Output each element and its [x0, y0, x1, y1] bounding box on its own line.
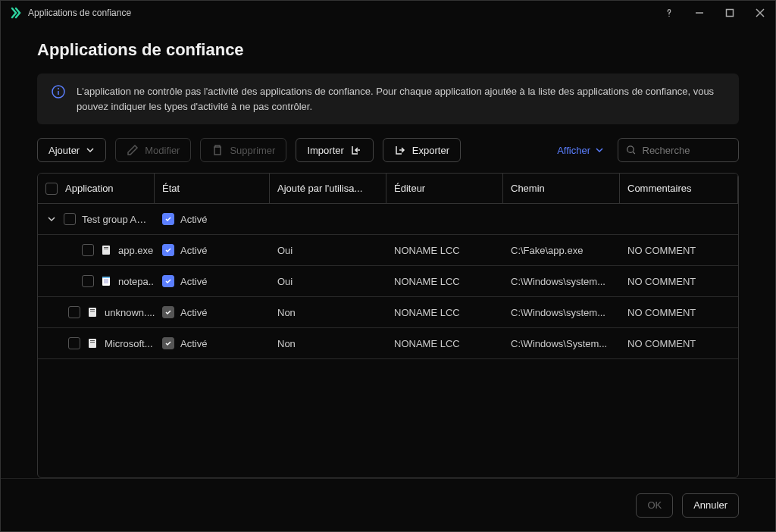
maximize-icon — [725, 8, 734, 17]
exe-file-icon — [86, 306, 99, 318]
table-row[interactable]: Microsoft...ActivéNonNONAME LCCC:\Window… — [38, 328, 738, 359]
col-header-application[interactable]: Application — [38, 174, 155, 203]
help-icon — [664, 8, 674, 18]
path: C:\Fake\app.exe — [503, 245, 620, 256]
svg-rect-16 — [90, 309, 95, 310]
comment: NO COMMENT — [620, 307, 738, 318]
app-name: app.exe — [118, 245, 153, 256]
app-name: Microsoft... — [105, 338, 153, 349]
group-row[interactable]: Test group App Activé — [38, 204, 738, 235]
state-label: Activé — [180, 276, 207, 287]
import-button[interactable]: Importer — [296, 138, 373, 162]
path: C:\Windows\system... — [503, 307, 620, 318]
state-label: Activé — [180, 245, 207, 256]
table-header: Application État Ajouté par l'utilisa...… — [38, 174, 738, 204]
state-checkbox[interactable] — [162, 306, 174, 318]
delete-button[interactable]: Supprimer — [200, 138, 286, 162]
col-header-editor[interactable]: Éditeur — [386, 174, 503, 203]
minimize-icon — [695, 8, 704, 17]
editor: NONAME LCC — [386, 245, 503, 256]
added-by-user: Non — [270, 307, 386, 318]
added-by-user: Non — [270, 338, 386, 349]
svg-rect-17 — [90, 311, 95, 311]
added-by-user: Oui — [270, 276, 386, 287]
row-checkbox[interactable] — [82, 275, 94, 287]
info-text: L'application ne contrôle pas l'activité… — [77, 84, 725, 114]
exe-file-icon — [100, 244, 112, 256]
svg-rect-18 — [89, 339, 96, 348]
app-name: notepa... — [118, 276, 155, 287]
table-row[interactable]: app.exeActivéOuiNONAME LCCC:\Fake\app.ex… — [38, 235, 738, 266]
state-checkbox[interactable] — [162, 337, 174, 349]
view-dropdown[interactable]: Afficher — [557, 145, 604, 156]
applications-table: Application État Ajouté par l'utilisa...… — [37, 173, 739, 478]
svg-rect-10 — [102, 277, 110, 286]
window-title: Applications de confiance — [28, 8, 663, 18]
toolbar: Ajouter Modifier Supprimer Importer Expo… — [37, 138, 739, 162]
help-button[interactable] — [663, 7, 675, 19]
pencil-icon — [127, 144, 139, 156]
row-checkbox[interactable] — [68, 306, 80, 318]
page-title: Applications de confiance — [37, 40, 739, 60]
row-checkbox[interactable] — [64, 213, 76, 225]
svg-point-3 — [58, 88, 59, 89]
svg-rect-1 — [727, 10, 734, 17]
svg-rect-7 — [102, 246, 110, 255]
info-banner: L'application ne contrôle pas l'activité… — [37, 74, 739, 124]
info-icon — [51, 84, 66, 99]
table-body: Test group App Activé app.exeActivéOuiNO… — [38, 204, 738, 477]
svg-rect-8 — [104, 247, 108, 248]
chevron-down-icon — [86, 146, 95, 155]
comment: NO COMMENT — [620, 338, 738, 349]
import-icon — [350, 144, 362, 156]
svg-line-6 — [633, 152, 635, 155]
svg-rect-9 — [104, 249, 108, 249]
expand-chevron-icon[interactable] — [45, 213, 58, 225]
ok-button[interactable]: OK — [636, 493, 673, 518]
minimize-button[interactable] — [693, 7, 706, 19]
search-input[interactable] — [643, 145, 731, 156]
path: C:\Windows\system... — [503, 276, 620, 287]
search-box[interactable] — [618, 138, 739, 162]
close-icon — [756, 8, 765, 17]
edit-button[interactable]: Modifier — [115, 138, 191, 162]
export-button[interactable]: Exporter — [383, 138, 461, 162]
col-header-path[interactable]: Chemin — [503, 174, 620, 203]
app-logo-icon — [10, 7, 22, 19]
table-row[interactable]: notepa...ActivéOuiNONAME LCCC:\Windows\s… — [38, 266, 738, 297]
comment: NO COMMENT — [620, 245, 738, 256]
select-all-checkbox[interactable] — [45, 183, 58, 195]
app-name: unknown.... — [105, 307, 155, 318]
maximize-button[interactable] — [724, 7, 736, 19]
state-label: Activé — [180, 307, 207, 318]
state-checkbox[interactable] — [162, 244, 174, 256]
col-header-comments[interactable]: Commentaires — [620, 174, 738, 203]
titlebar: Applications de confiance — [1, 1, 775, 25]
cancel-button[interactable]: Annuler — [682, 493, 739, 518]
svg-rect-20 — [90, 342, 95, 343]
editor: NONAME LCC — [386, 338, 503, 349]
state-label: Activé — [180, 338, 207, 349]
svg-rect-19 — [90, 340, 95, 341]
chevron-down-icon — [595, 146, 604, 155]
table-row[interactable]: unknown....ActivéNonNONAME LCCC:\Windows… — [38, 297, 738, 328]
svg-point-5 — [627, 146, 634, 152]
close-button[interactable] — [754, 7, 766, 19]
svg-rect-11 — [102, 277, 110, 278]
export-icon — [394, 144, 406, 156]
exe-file-icon — [86, 337, 99, 349]
row-checkbox[interactable] — [82, 244, 94, 256]
row-checkbox[interactable] — [68, 337, 80, 349]
state-checkbox[interactable] — [162, 275, 174, 287]
path: C:\Windows\System... — [503, 338, 620, 349]
col-header-added-by-user[interactable]: Ajouté par l'utilisa... — [270, 174, 386, 203]
col-header-state[interactable]: État — [155, 174, 270, 203]
state-checkbox[interactable] — [162, 213, 174, 225]
trash-icon — [211, 144, 224, 156]
notepad-file-icon — [100, 275, 112, 287]
search-icon — [626, 144, 637, 156]
comment: NO COMMENT — [620, 276, 738, 287]
editor: NONAME LCC — [386, 276, 503, 287]
footer: OK Annuler — [1, 478, 775, 531]
add-button[interactable]: Ajouter — [37, 138, 106, 162]
